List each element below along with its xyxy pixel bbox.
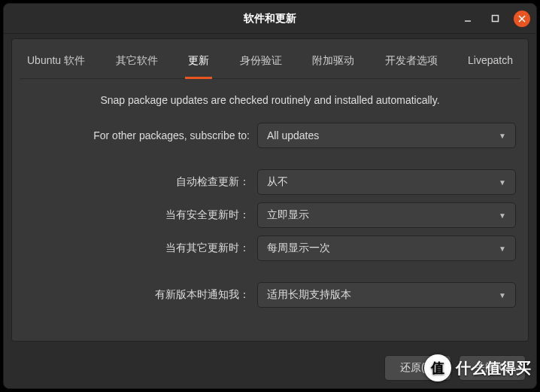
minimize-button[interactable] — [460, 11, 476, 27]
other-updates-value: 每周显示一次 — [267, 242, 330, 255]
tab-bar: Ubuntu 软件 其它软件 更新 身份验证 附加驱动 开发者选项 Livepa… — [20, 47, 520, 79]
dialog-footer: 还原(V) 关闭(C) — [4, 349, 536, 388]
chevron-down-icon: ▼ — [499, 291, 506, 299]
security-row: 当有安全更新时： 立即显示 ▼ — [24, 202, 516, 228]
other-updates-label: 当有其它更新时： — [24, 242, 250, 255]
auto-check-label: 自动检查更新： — [24, 175, 250, 189]
notify-label: 有新版本时通知我： — [24, 288, 250, 302]
auto-check-value: 从不 — [267, 175, 288, 189]
auto-check-row: 自动检查更新： 从不 ▼ — [24, 169, 516, 195]
chevron-down-icon: ▼ — [499, 245, 506, 253]
svg-rect-1 — [492, 16, 498, 22]
updates-form: For other packages, subscribe to: All up… — [24, 123, 516, 308]
security-label: 当有安全更新时： — [24, 208, 250, 222]
content-panel: Ubuntu 软件 其它软件 更新 身份验证 附加驱动 开发者选项 Livepa… — [11, 38, 529, 342]
maximize-button[interactable] — [487, 11, 503, 27]
snap-info-text: Snap package updates are checked routine… — [24, 94, 516, 106]
tab-other-software[interactable]: 其它软件 — [113, 47, 161, 79]
security-dropdown[interactable]: 立即显示 ▼ — [257, 202, 516, 228]
window-title: 软件和更新 — [244, 12, 296, 26]
notify-row: 有新版本时通知我： 适用长期支持版本 ▼ — [24, 282, 516, 308]
security-value: 立即显示 — [267, 208, 309, 222]
software-updates-window: 软件和更新 Ubuntu 软件 其它软件 更新 身份验证 附加驱动 开发者选项 … — [3, 3, 537, 389]
chevron-down-icon: ▼ — [499, 132, 506, 140]
chevron-down-icon: ▼ — [499, 211, 506, 220]
close-dialog-button[interactable]: 关闭(C) — [459, 355, 526, 381]
tab-additional-drivers[interactable]: 附加驱动 — [309, 47, 357, 79]
window-controls — [460, 11, 530, 27]
subscribe-dropdown[interactable]: All updates ▼ — [257, 123, 516, 148]
notify-value: 适用长期支持版本 — [267, 288, 351, 302]
other-updates-dropdown[interactable]: 每周显示一次 ▼ — [257, 236, 516, 261]
chevron-down-icon: ▼ — [499, 178, 506, 187]
subscribe-row: For other packages, subscribe to: All up… — [24, 123, 516, 148]
tab-updates[interactable]: 更新 — [185, 47, 212, 79]
auto-check-dropdown[interactable]: 从不 ▼ — [257, 169, 516, 195]
other-updates-row: 当有其它更新时： 每周显示一次 ▼ — [24, 236, 516, 261]
tab-developer-options[interactable]: 开发者选项 — [382, 47, 441, 79]
revert-button[interactable]: 还原(V) — [384, 355, 451, 381]
titlebar: 软件和更新 — [4, 4, 536, 34]
subscribe-label: For other packages, subscribe to: — [24, 129, 250, 141]
notify-dropdown[interactable]: 适用长期支持版本 ▼ — [257, 282, 516, 308]
tab-livepatch[interactable]: Livepatch — [465, 47, 516, 79]
subscribe-value: All updates — [267, 129, 319, 141]
tab-authentication[interactable]: 身份验证 — [237, 47, 285, 79]
tab-ubuntu-software[interactable]: Ubuntu 软件 — [24, 47, 88, 79]
close-button[interactable] — [514, 11, 530, 27]
